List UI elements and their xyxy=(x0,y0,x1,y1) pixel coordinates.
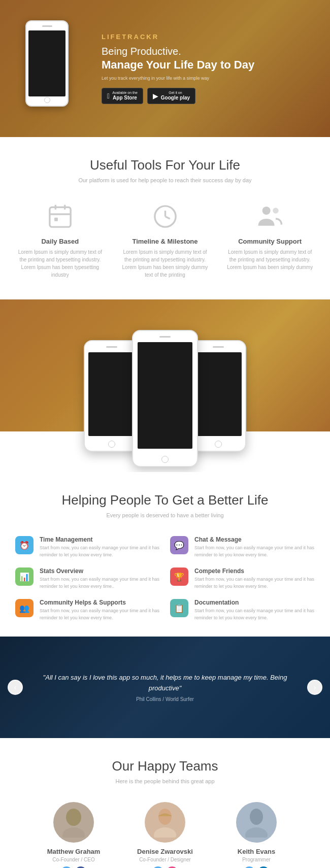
name-keith: Keith Evans xyxy=(218,848,294,855)
showcase-phone-left xyxy=(84,340,140,452)
team-title: Our Happy Teams xyxy=(10,758,320,774)
testimonial-quote: "All I can say is I love this app so muc… xyxy=(41,673,289,694)
avatar-matthew xyxy=(53,802,94,843)
role-keith: Programmer xyxy=(218,857,294,862)
brand-name: LIFETRACKR xyxy=(102,33,254,41)
testimonial-author: Phil Collins / World Surfer xyxy=(41,696,289,702)
appstore-label: Available on the App Store xyxy=(112,91,138,101)
team-member-denise: Denise Zwarovski Co-Founder / Designer t… xyxy=(127,802,203,868)
svg-point-12 xyxy=(158,809,172,825)
team-member-matthew: Matthew Graham Co-Founder / CEO t f xyxy=(36,802,112,868)
hero-phone-illustration xyxy=(15,10,86,127)
text-community: Community Helps & Supports Start from no… xyxy=(40,599,160,621)
hero-content: LIFETRACKR Being Productive. Manage Your… xyxy=(102,33,254,104)
better-life-title: Helping People To Get a Better Life xyxy=(15,492,315,508)
role-matthew: Co-Founder / CEO xyxy=(36,857,112,862)
testimonial-section: ‹ "All I can say is I love this app so m… xyxy=(0,637,330,738)
feature-docs: 📋 Documentation Start from now, you can … xyxy=(170,599,315,621)
svg-point-13 xyxy=(154,827,176,838)
name-denise: Denise Zwarovski xyxy=(127,848,203,855)
badge-community: 👥 xyxy=(15,599,34,617)
svg-line-7 xyxy=(165,216,170,219)
svg-point-11 xyxy=(62,827,85,838)
feature-daily-based: Daily Based Lorem Ipsum is simply dummy … xyxy=(10,201,110,279)
svg-rect-4 xyxy=(54,217,58,221)
text-time-mgmt: Time Management Start from now, you can … xyxy=(40,536,160,558)
better-life-features: ⏰ Time Management Start from now, you ca… xyxy=(15,536,315,621)
role-denise: Co-Founder / Designer xyxy=(127,857,203,862)
team-section: Our Happy Teams Here is the people behin… xyxy=(0,738,330,868)
better-life-subtitle: Every people is deserved to have a bette… xyxy=(15,512,315,518)
phone-screen xyxy=(28,30,65,96)
avatar-denise xyxy=(145,802,185,843)
avatar-keith xyxy=(236,802,277,843)
badge-docs: 📋 xyxy=(170,599,188,617)
phone-home-button xyxy=(44,97,50,103)
team-subtitle: Here is the people behind this great app xyxy=(10,778,320,784)
feature-time-mgmt: ⏰ Time Management Start from now, you ca… xyxy=(15,536,160,558)
prev-testimonial-button[interactable]: ‹ xyxy=(8,680,23,695)
next-testimonial-button[interactable]: › xyxy=(307,680,322,695)
play-icon: ▶ xyxy=(153,92,158,100)
feature-stats: 📊 Stats Overview Start from now, you can… xyxy=(15,567,160,590)
features-col-right: 💬 Chat & Message Start from now, you can… xyxy=(170,536,315,621)
sp-speaker-center xyxy=(159,336,171,338)
hero-tagline: Being Productive. Manage Your Life Day t… xyxy=(102,45,254,73)
phones-container xyxy=(0,330,330,472)
feature-desc-1: Lorem Ipsum is simply dummy text of the … xyxy=(120,248,210,279)
badge-stats: 📊 xyxy=(15,567,34,586)
sp-home-right xyxy=(215,441,222,448)
sp-screen-right xyxy=(195,352,242,436)
feature-desc-0: Lorem Ipsum is simply dummy text of the … xyxy=(15,248,105,279)
team-grid: Matthew Graham Co-Founder / CEO t f Deni… xyxy=(10,802,320,868)
appstore-button[interactable]:  Available on the App Store xyxy=(102,88,143,104)
feature-community-help: 👥 Community Helps & Supports Start from … xyxy=(15,599,160,621)
badge-compete: 🏆 xyxy=(170,567,188,586)
svg-point-15 xyxy=(245,827,268,838)
sp-home-center xyxy=(161,456,169,463)
tools-subtitle: Our platform is used for help people to … xyxy=(10,177,320,183)
hero-subtitle: Let you track everything in your life wi… xyxy=(102,76,254,81)
tools-features-grid: Daily Based Lorem Ipsum is simply dummy … xyxy=(10,201,320,279)
tools-title: Useful Tools For Your Life xyxy=(10,157,320,173)
showcase-phone-right xyxy=(190,340,246,452)
people-icon xyxy=(255,201,285,231)
testimonial-content: "All I can say is I love this app so muc… xyxy=(0,673,330,703)
calendar-icon xyxy=(45,201,75,231)
sp-speaker-left xyxy=(106,346,117,348)
features-col-left: ⏰ Time Management Start from now, you ca… xyxy=(15,536,160,621)
sp-screen-left xyxy=(88,352,135,436)
text-chat: Chat & Message Start from now, you can e… xyxy=(194,536,315,558)
svg-point-8 xyxy=(262,207,271,215)
sp-home-left xyxy=(108,441,115,448)
svg-point-14 xyxy=(250,809,263,825)
feature-title-0: Daily Based xyxy=(15,238,105,245)
svg-rect-0 xyxy=(50,207,71,227)
googleplay-button[interactable]: ▶ Get it on Google play xyxy=(147,88,195,104)
feature-title-2: Community Support xyxy=(225,238,315,245)
text-docs: Documentation Start from now, you can ea… xyxy=(194,599,315,621)
svg-point-10 xyxy=(66,809,81,826)
svg-point-9 xyxy=(273,208,278,213)
text-stats: Stats Overview Start from now, you can e… xyxy=(40,567,160,590)
feature-title-1: Timeline & Milestone xyxy=(120,238,210,245)
hero-section: LIFETRACKR Being Productive. Manage Your… xyxy=(0,0,330,137)
store-buttons-group:  Available on the App Store ▶ Get it on… xyxy=(102,88,254,104)
better-life-section: Helping People To Get a Better Life Ever… xyxy=(0,472,330,637)
name-matthew: Matthew Graham xyxy=(36,848,112,855)
badge-time-mgmt: ⏰ xyxy=(15,536,34,554)
clock-icon xyxy=(150,201,180,231)
googleplay-label: Get it on Google play xyxy=(161,91,190,101)
phone-speaker xyxy=(42,25,52,27)
sp-screen-center xyxy=(138,342,192,449)
feature-compete: 🏆 Compete Friends Start from now, you ca… xyxy=(170,567,315,590)
showcase-phone-center xyxy=(132,330,198,467)
phones-showcase-section xyxy=(0,299,330,472)
badge-chat: 💬 xyxy=(170,536,188,554)
feature-chat: 💬 Chat & Message Start from now, you can… xyxy=(170,536,315,558)
team-member-keith: Keith Evans Programmer t in xyxy=(218,802,294,868)
apple-icon:  xyxy=(107,92,110,100)
feature-timeline: Timeline & Milestone Lorem Ipsum is simp… xyxy=(115,201,215,279)
feature-desc-2: Lorem Ipsum is simply dummy text of the … xyxy=(225,248,315,271)
feature-community: Community Support Lorem Ipsum is simply … xyxy=(220,201,320,279)
